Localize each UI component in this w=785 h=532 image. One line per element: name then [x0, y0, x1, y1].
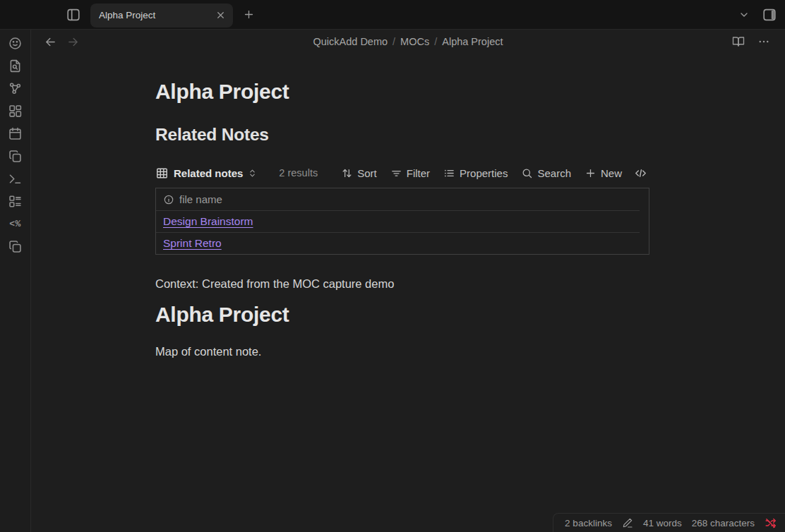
table-header-row[interactable]: file name [156, 188, 649, 210]
back-button[interactable] [41, 33, 59, 50]
note-link-sprint-retro[interactable]: Sprint Retro [163, 237, 222, 250]
more-options-button[interactable] [754, 32, 774, 52]
view-switcher[interactable]: Related notes [155, 167, 257, 180]
search-icon [521, 167, 533, 179]
related-notes-table: file name Design Brainstorm Sprint Retro [155, 188, 649, 255]
search-label: Search [537, 167, 571, 179]
terminal-icon[interactable] [7, 171, 24, 186]
obsidian-window: Alpha Project [0, 0, 785, 532]
tab-list-dropdown-button[interactable] [734, 5, 754, 25]
breadcrumb-folder[interactable]: MOCs [400, 36, 429, 47]
clock-face-icon[interactable] [7, 36, 24, 51]
chevron-down-icon [738, 9, 750, 20]
panel-right-icon [762, 7, 777, 23]
file-search-icon[interactable] [7, 59, 24, 73]
ribbon: <% [0, 30, 31, 532]
layout-list-icon[interactable] [7, 194, 24, 209]
status-bar: 2 backlinks 41 words 268 characters [553, 513, 785, 532]
table-view-icon [155, 167, 169, 180]
note-content: Alpha Project Related Notes Related note… [155, 79, 649, 360]
filter-label: Filter [407, 167, 430, 179]
breadcrumb: QuickAdd Demo / MOCs / Alpha Project [313, 36, 503, 47]
breadcrumb-current[interactable]: Alpha Project [442, 36, 503, 47]
layout-dashboard-icon[interactable] [7, 104, 24, 119]
list-icon [443, 167, 455, 179]
ellipsis-icon [757, 35, 770, 48]
code-icon [634, 167, 647, 180]
embedded-note-title: Alpha Project [155, 302, 649, 327]
view-name: Related notes [174, 167, 243, 179]
column-header-label: file name [179, 193, 222, 205]
properties-button[interactable]: Properties [443, 167, 508, 179]
bases-toolbar: Related notes 2 results [155, 164, 649, 181]
panel-left-icon [66, 7, 81, 23]
right-sidebar-toggle-button[interactable] [760, 5, 779, 25]
backlinks-count[interactable]: 2 backlinks [565, 518, 612, 528]
templater-icon[interactable]: <% [7, 217, 24, 231]
sort-label: Sort [357, 167, 377, 179]
note-link-design-brainstorm[interactable]: Design Brainstorm [163, 215, 253, 228]
forward-button[interactable] [64, 33, 82, 50]
arrow-left-icon [44, 36, 56, 48]
code-view-button[interactable] [634, 167, 647, 180]
tab-bar: Alpha Project [0, 0, 785, 30]
plus-icon [585, 167, 597, 179]
properties-label: Properties [460, 167, 508, 179]
book-open-icon [732, 35, 745, 48]
templates-icon[interactable] [7, 149, 24, 164]
templater-glyph: <% [9, 219, 21, 229]
arrow-up-down-icon [341, 167, 353, 179]
breadcrumb-separator: / [393, 36, 395, 47]
left-sidebar-toggle-button[interactable] [64, 5, 83, 25]
search-button[interactable]: Search [521, 167, 571, 179]
chevrons-up-down-icon [248, 169, 257, 178]
table-row[interactable]: Design Brainstorm [156, 211, 649, 232]
plus-icon [243, 8, 255, 20]
section-heading: Related Notes [155, 124, 649, 145]
arrow-right-icon [67, 36, 79, 48]
calendar-icon[interactable] [7, 126, 24, 141]
new-label: New [601, 167, 622, 179]
breadcrumb-vault[interactable]: QuickAdd Demo [313, 36, 388, 47]
view-header: QuickAdd Demo / MOCs / Alpha Project [31, 30, 785, 54]
shuffle-off-icon [765, 517, 777, 529]
graph-icon[interactable] [7, 81, 24, 96]
filter-button[interactable]: Filter [390, 167, 430, 179]
tab-title: Alpha Project [99, 10, 215, 20]
tab-close-icon[interactable] [215, 10, 226, 20]
table-row[interactable]: Sprint Retro [156, 233, 649, 254]
sync-error-indicator[interactable] [765, 517, 777, 529]
body-paragraph: Map of content note. [155, 343, 649, 360]
pencil-line-icon [622, 517, 633, 528]
filter-lines-icon [390, 167, 402, 179]
breadcrumb-separator: / [434, 36, 437, 47]
edit-mode-indicator[interactable] [622, 517, 633, 528]
word-count: 41 words [643, 518, 682, 528]
info-circle-icon [163, 194, 174, 205]
copy-icon[interactable] [7, 239, 24, 254]
context-paragraph: Context: Created from the MOC capture de… [155, 275, 649, 292]
new-tab-button[interactable] [239, 5, 258, 25]
note-pane: QuickAdd Demo / MOCs / Alpha Project [31, 30, 785, 532]
reading-view-toggle-button[interactable] [729, 32, 748, 52]
sort-button[interactable]: Sort [341, 167, 377, 179]
character-count: 268 characters [692, 518, 755, 528]
new-item-button[interactable]: New [585, 167, 622, 179]
tab-alpha-project[interactable]: Alpha Project [90, 4, 233, 28]
results-count: 2 results [279, 167, 318, 179]
note-title: Alpha Project [155, 79, 649, 104]
